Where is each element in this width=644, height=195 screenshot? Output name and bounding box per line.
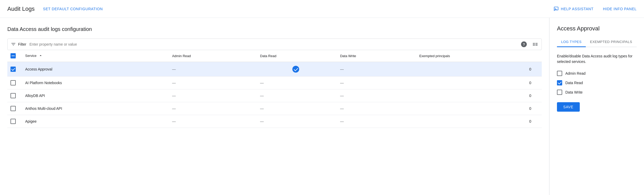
table-row[interactable]: Apigee———0 [7,115,542,128]
admin-read-label: Admin Read [565,71,586,75]
dash-icon: — [172,119,176,123]
row-checkbox-cell[interactable] [7,89,21,102]
row-checkbox-cell[interactable] [7,102,21,115]
help-circle-icon[interactable]: ? [521,41,527,47]
header-checkbox-cell[interactable] [7,50,21,62]
row-checkbox-cell[interactable] [7,115,21,128]
exempted-cell: 0 [415,89,542,102]
dash-icon: — [340,119,344,123]
dash-icon: — [172,81,176,85]
panel-checkbox-admin-read[interactable]: Admin Read [557,71,637,76]
chat-icon [554,6,559,12]
data-write-cell: — [336,62,415,77]
data-read-cell: — [256,89,336,102]
filter-input[interactable] [29,42,521,46]
left-panel: Data Access audit logs configuration Fil… [0,18,549,195]
data-write-cell: — [336,89,415,102]
top-header: Audit Logs SET DEFAULT CONFIGURATION HEL… [0,0,644,18]
select-all-checkbox[interactable] [10,53,16,58]
row-checkbox[interactable] [10,67,16,72]
header-right-actions: HELP ASSISTANT HIDE INFO PANEL [554,6,637,12]
row-checkbox[interactable] [10,80,16,85]
checked-icon [292,66,299,73]
row-checkbox[interactable] [10,106,16,111]
sort-icon [39,53,43,58]
data-write-checkbox[interactable] [557,90,562,95]
filter-bar: Filter ? [7,39,542,50]
admin-read-cell: — [168,89,256,102]
data-read-cell: — [256,115,336,128]
panel-checkbox-data-write[interactable]: Data Write [557,90,637,95]
exempted-cell: 0 [415,102,542,115]
data-table: Service Admin Read Data Read Data Write … [7,50,542,128]
data-write-cell: — [336,77,415,89]
table-row[interactable]: AI Platform Notebooks———0 [7,77,542,89]
admin-read-cell: — [168,62,256,77]
panel-tabs: LOG TYPES EXEMPTED PRINCIPALS [557,37,637,47]
columns-icon[interactable] [532,41,538,47]
dash-icon: — [260,81,264,85]
data-read-cell: — [256,77,336,89]
data-read-checkbox[interactable] [557,80,562,85]
panel-checkboxes: Admin Read Data Read Data Write [557,71,637,95]
right-panel: Access Approval LOG TYPES EXEMPTED PRINC… [550,18,644,195]
dash-icon: — [172,106,176,111]
service-cell: AI Platform Notebooks [21,77,168,89]
header-service[interactable]: Service [21,50,168,62]
section-title: Data Access audit logs configuration [7,26,542,32]
exempted-cell: 0 [415,77,542,89]
help-assistant-button[interactable]: HELP ASSISTANT [554,6,594,12]
row-checkbox[interactable] [10,93,16,98]
dash-icon: — [340,67,344,71]
header-exempted: Exempted principals [415,50,542,62]
admin-read-cell: — [168,102,256,115]
row-checkbox-cell[interactable] [7,62,21,77]
dash-icon: — [340,81,344,85]
dash-icon: — [260,106,264,111]
save-button[interactable]: SAVE [557,102,580,112]
page-title: Audit Logs [7,6,35,12]
tab-exempted-principals[interactable]: EXEMPTED PRINCIPALS [586,37,636,47]
filter-label: Filter [18,42,26,46]
admin-read-cell: — [168,77,256,89]
data-write-cell: — [336,102,415,115]
filter-icon [11,42,16,47]
main-content: Data Access audit logs configuration Fil… [0,18,644,195]
table-body: Access Approval——0AI Platform Notebooks—… [7,62,542,128]
header-data-read: Data Read [256,50,336,62]
dash-icon: — [260,119,264,123]
service-cell: AlloyDB API [21,89,168,102]
row-checkbox-cell[interactable] [7,77,21,89]
data-write-cell: — [336,115,415,128]
data-read-cell [256,62,336,77]
dash-icon: — [340,94,344,98]
admin-read-cell: — [168,115,256,128]
exempted-cell: 0 [415,62,542,77]
dash-icon: — [340,106,344,111]
panel-description: Enable/disable Data Access audit log typ… [557,53,637,64]
data-read-cell: — [256,102,336,115]
data-read-label: Data Read [565,81,583,85]
dash-icon: — [260,94,264,98]
table-header-row: Service Admin Read Data Read Data Write … [7,50,542,62]
header-data-write: Data Write [336,50,415,62]
dash-icon: — [172,94,176,98]
set-default-button[interactable]: SET DEFAULT CONFIGURATION [43,7,103,11]
service-cell: Anthos Multi-cloud API [21,102,168,115]
header-admin-read: Admin Read [168,50,256,62]
panel-checkbox-data-read[interactable]: Data Read [557,80,637,85]
admin-read-checkbox[interactable] [557,71,562,76]
table-row[interactable]: Anthos Multi-cloud API———0 [7,102,542,115]
service-col-label: Service [25,53,36,57]
svg-rect-0 [555,8,556,9]
table-row[interactable]: Access Approval——0 [7,62,542,77]
panel-title: Access Approval [557,25,637,32]
service-cell: Access Approval [21,62,168,77]
exempted-cell: 0 [415,115,542,128]
service-cell: Apigee [21,115,168,128]
hide-info-panel-button[interactable]: HIDE INFO PANEL [603,7,637,11]
table-row[interactable]: AlloyDB API———0 [7,89,542,102]
row-checkbox[interactable] [10,119,16,124]
tab-log-types[interactable]: LOG TYPES [557,37,586,47]
svg-rect-1 [555,9,557,9]
